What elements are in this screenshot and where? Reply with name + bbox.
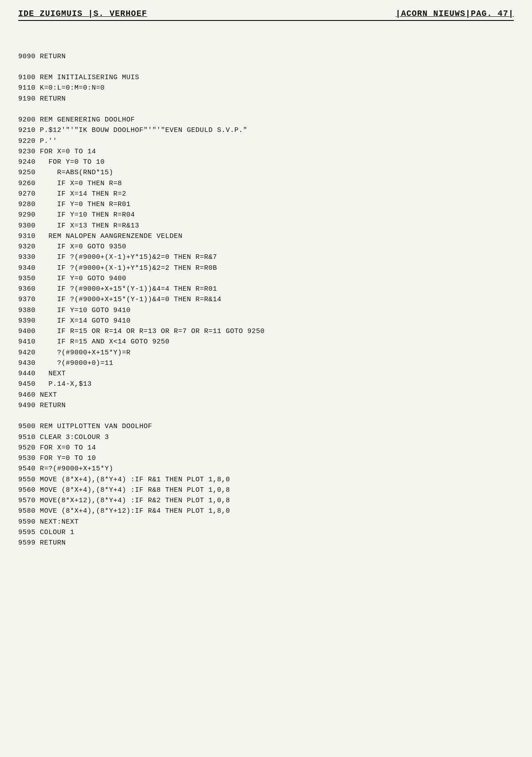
code-line: 9570 MOVE(8*X+12),(8*Y+4) :IF R&2 THEN P…: [18, 495, 514, 506]
code-line: 9560 MOVE (8*X+4),(8*Y+4) :IF R&8 THEN P…: [18, 485, 514, 495]
code-line: 9440 NEXT: [18, 368, 514, 379]
code-line: 9590 NEXT:NEXT: [18, 517, 514, 527]
code-line: 9420 ?(#9000+X+15*Y)=R: [18, 348, 514, 358]
code-line: 9090 RETURN: [18, 51, 514, 62]
code-line: 9290 IF Y=10 THEN R=R04: [18, 210, 514, 220]
code-line: 9310 REM NALOPEN AANGRENZENDE VELDEN: [18, 231, 514, 242]
code-line: 9520 FOR X=0 TO 14: [18, 443, 514, 453]
page-header: IDE ZUIGMUIS |S. VERHOEF |ACORN NIEUWS|P…: [18, 9, 514, 21]
code-line: 9490 RETURN: [18, 400, 514, 411]
header-left: IDE ZUIGMUIS |S. VERHOEF: [18, 9, 147, 18]
code-line: 9550 MOVE (8*X+4),(8*Y+4) :IF R&1 THEN P…: [18, 474, 514, 485]
code-line: 9340 IF ?(#9000+(X-1)+Y*15)&2=2 THEN R=R…: [18, 263, 514, 273]
empty-line: [18, 62, 514, 72]
code-line: 9200 REM GENERERING DOOLHOF: [18, 115, 514, 125]
empty-line: [18, 411, 514, 421]
code-line: 9110 K=0:L=0:M=0:N=0: [18, 83, 514, 93]
code-line: 9400 IF R=15 OR R=14 OR R=13 OR R=7 OR R…: [18, 326, 514, 337]
code-line: 9599 RETURN: [18, 538, 514, 548]
code-line: 9360 IF ?(#9000+X+15*(Y-1))&4=4 THEN R=R…: [18, 284, 514, 294]
code-line: 9240 FOR Y=0 TO 10: [18, 157, 514, 167]
code-listing: 9090 RETURN9100 REM INITIALISERING MUIS9…: [18, 30, 514, 548]
code-line: 9280 IF Y=0 THEN R=R01: [18, 199, 514, 210]
code-line: 9530 FOR Y=0 TO 10: [18, 453, 514, 464]
code-line: 9210 P.$12'"'"IK BOUW DOOLHOF"'"'"EVEN G…: [18, 125, 514, 136]
code-line: 9320 IF X=0 GOTO 9350: [18, 242, 514, 252]
code-line: 9595 COLOUR 1: [18, 527, 514, 538]
code-line: 9450 P.14-X,$13: [18, 379, 514, 389]
code-line: 9390 IF X=14 GOTO 9410: [18, 316, 514, 326]
code-line: 9330 IF ?(#9000+(X-1)+Y*15)&2=0 THEN R=R…: [18, 252, 514, 262]
empty-line: [18, 40, 514, 51]
code-line: 9100 REM INITIALISERING MUIS: [18, 72, 514, 83]
code-line: 9220 P.'': [18, 136, 514, 146]
code-line: 9300 IF X=13 THEN R=R&13: [18, 221, 514, 231]
code-line: 9380 IF Y=10 GOTO 9410: [18, 305, 514, 316]
code-line: 9430 ?(#9000+0)=11: [18, 358, 514, 368]
code-line: 9500 REM UITPLOTTEN VAN DOOLHOF: [18, 421, 514, 432]
code-line: 9260 IF X=0 THEN R=8: [18, 178, 514, 189]
code-line: 9410 IF R=15 AND X<14 GOTO 9250: [18, 337, 514, 347]
code-line: 9580 MOVE (8*X+4),(8*Y+12):IF R&4 THEN P…: [18, 506, 514, 516]
code-line: 9510 CLEAR 3:COLOUR 3: [18, 432, 514, 443]
header-right: |ACORN NIEUWS|PAG. 47|: [395, 9, 514, 18]
code-line: 9190 RETURN: [18, 94, 514, 104]
code-line: 9460 NEXT: [18, 390, 514, 400]
code-line: 9370 IF ?(#9000+X+15*(Y-1))&4=0 THEN R=R…: [18, 294, 514, 305]
empty-line: [18, 104, 514, 115]
code-line: 9250 R=ABS(RND*15): [18, 167, 514, 178]
code-line: 9540 R=?(#9000+X+15*Y): [18, 464, 514, 474]
code-line: 9230 FOR X=0 TO 14: [18, 146, 514, 157]
code-line: 9350 IF Y=0 GOTO 9400: [18, 273, 514, 284]
code-line: 9270 IF X=14 THEN R=2: [18, 189, 514, 199]
